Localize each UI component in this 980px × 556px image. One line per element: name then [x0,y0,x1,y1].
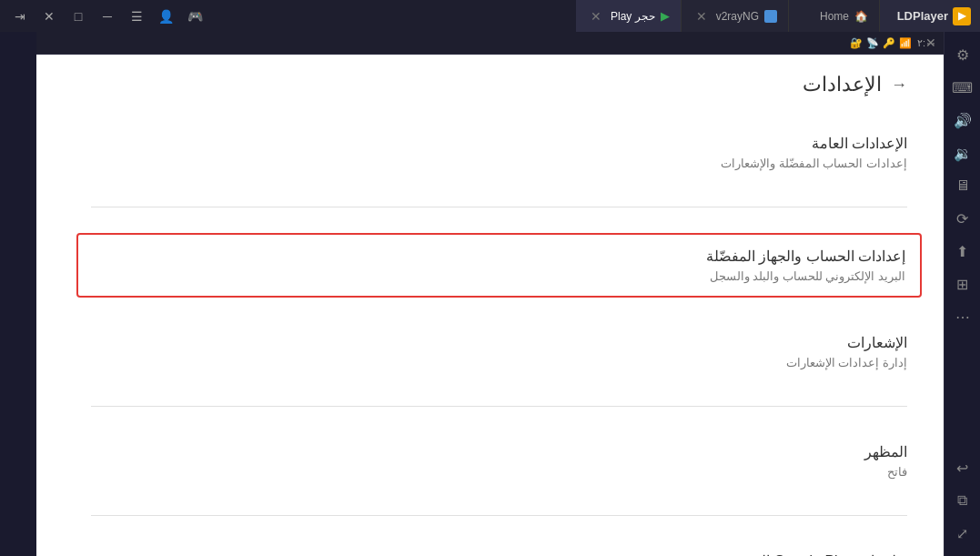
section-appearance[interactable]: المظهر فاتح [91,432,907,490]
sidebar-grid-icon[interactable]: ⊞ [947,268,978,299]
content-close-btn[interactable]: ✕ [925,35,936,50]
logo-text: LDPlayer [897,9,948,23]
divider-2 [91,406,907,407]
section-account[interactable]: إعدادات الحساب والجهاز المفضّلة البريد ا… [76,233,922,298]
sidebar-import-icon[interactable]: ⬆ [947,236,978,267]
section-account-title: إعدادات الحساب والجهاز المفضّلة [93,248,905,265]
sidebar-keyboard-icon[interactable]: ⌨ [947,72,978,103]
vpn-icon: 🔐 [850,37,863,49]
sidebar-back-icon[interactable]: ↩ [947,452,978,483]
section-notifications-title: الإشعارات [91,334,907,351]
tab-v2rayng-label: v2rayNG [716,10,759,23]
sidebar-volume-down-icon[interactable]: 🔉 [947,137,978,168]
main-content: الإعدادات → الإعدادات العامة إعدادات الح… [36,55,944,556]
instant-apps-text: تطبيقات Google Play الفورية يمكنك استخدا… [674,552,907,556]
tab-v2rayng-close[interactable]: ✕ [692,7,711,25]
sidebar-dots-icon[interactable]: ⋯ [947,301,978,332]
tab-play[interactable]: ▶ حجر Play ✕ [576,0,682,32]
right-sidebar: ⚙ ⌨ 🔊 🔉 🖥 ⟳ ⬆ ⊞ ⋯ ↩ ⧉ ⤢ [944,32,980,556]
settings-nav-arrow: → [891,76,907,95]
tabs-area: 🏠 Home v2rayNG ✕ ▶ حجر Play ✕ [215,0,880,32]
tab-v2rayng[interactable]: v2rayNG ✕ [682,0,789,32]
settings-title: الإعدادات [803,73,882,96]
sidebar-screen-icon[interactable]: 🖥 [947,170,978,201]
tab-play-label: حجر Play [611,10,655,23]
section-instant-apps: تطبيقات Google Play الفورية يمكنك استخدا… [91,541,907,556]
sidebar-layers-icon[interactable]: ⧉ [947,485,978,516]
section-general-subtitle: إعدادات الحساب المفضّلة والإشعارات [91,157,907,170]
close-btn[interactable]: ✕ [36,6,62,26]
app-logo[interactable]: ▶ LDPlayer [880,0,980,32]
section-appearance-title: المظهر [91,443,907,460]
sidebar-volume-up-icon[interactable]: 🔊 [947,105,978,136]
tab-home[interactable]: 🏠 Home [789,0,880,32]
section-general[interactable]: الإعدادات العامة إعدادات الحساب المفضّلة… [91,124,907,181]
gamepad-btn[interactable]: 🎮 [182,6,207,26]
settings-container: الإعدادات → الإعدادات العامة إعدادات الح… [36,55,944,556]
title-bar: ▶ LDPlayer 🏠 Home v2rayNG ✕ ▶ حجر Play ✕… [0,0,980,32]
instant-apps-title: تطبيقات Google Play الفورية [674,552,907,556]
expand-btn[interactable]: ⇥ [7,6,33,26]
user-btn[interactable]: 👤 [153,6,178,26]
section-appearance-subtitle: فاتح [91,465,907,479]
maximize-btn[interactable]: □ [66,6,91,26]
lock-icon: 🔑 [883,37,895,49]
home-icon: 🏠 [854,10,868,23]
play-store-icon: ▶ [661,9,670,23]
tab-home-label: Home [820,10,849,23]
section-notifications-subtitle: إدارة إعدادات الإشعارات [91,356,907,369]
section-account-subtitle: البريد الإلكتروني للحساب والبلد والسجل [93,269,905,283]
tab-play-close[interactable]: ✕ [587,7,605,25]
signal-icon: 📶 [899,37,912,49]
v2ray-icon [764,10,777,23]
window-controls: 🎮 👤 ☰ ─ □ ✕ ⇥ [0,6,215,26]
sidebar-resize-icon[interactable]: ⤢ [947,518,978,549]
minimize-btn[interactable]: ─ [95,6,120,26]
sidebar-rotate-icon[interactable]: ⟳ [947,203,978,234]
section-notifications[interactable]: الإشعارات إدارة إعدادات الإشعارات [91,323,907,380]
section-general-title: الإعدادات العامة [91,135,907,152]
divider-3 [91,515,907,516]
logo-icon: ▶ [953,7,971,25]
menu-btn[interactable]: ☰ [124,6,149,26]
status-bar: ۲:۰۰ 📶 🔑 📡 🔐 ✕ [36,32,944,55]
status-icons: 📶 🔑 📡 🔐 [850,37,912,49]
wifi-icon: 📡 [866,37,879,49]
divider-1 [91,207,907,207]
settings-header: الإعدادات → [91,73,907,96]
sidebar-settings-icon[interactable]: ⚙ [947,39,978,70]
